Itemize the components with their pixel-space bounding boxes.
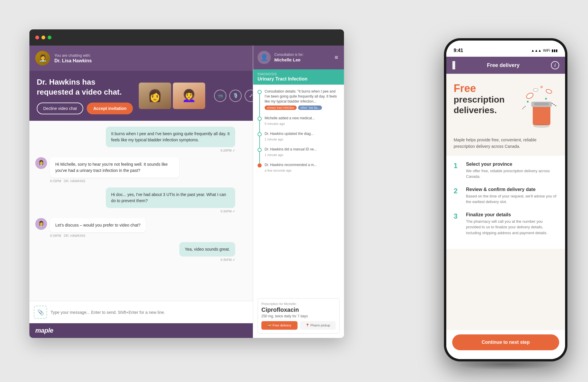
timeline-tags-1: urinary tract infection other: low ba... [265, 105, 340, 110]
chat-header: 👩‍⚕️ You are chatting with: Dr. Lisa Haw… [29, 46, 253, 71]
step-content-3: Finalize your details The pharmacy will … [466, 212, 558, 236]
timeline-time-2: 9 minutes ago [265, 122, 340, 125]
diagnosis-value: Urinary Tract Infection [258, 76, 340, 82]
video-request-title: Dr. Hawkins has requested a video chat. [37, 77, 133, 97]
svg-point-3 [526, 92, 534, 100]
message-meta-3: 9:34PM ✓ [106, 210, 235, 213]
timeline-item-2: Michelle added a new medical... 9 minute… [258, 116, 340, 125]
step-desc-2: Based on the time of your request, we'll… [466, 193, 558, 205]
timeline-text-1: Consultation details: "It burns when I p… [265, 89, 340, 104]
info-button[interactable]: i [551, 61, 559, 69]
message-meta-2: 9:33PM DR. HAWKINS [50, 179, 179, 183]
svg-rect-0 [533, 105, 550, 125]
message-group-2: Let's discuss – would you prefer to vide… [50, 218, 146, 237]
left-panel: 👩‍⚕️ You are chatting with: Dr. Lisa Haw… [29, 46, 253, 338]
browser-chrome [29, 29, 344, 46]
browser-dot-red[interactable] [35, 36, 39, 39]
timeline-text-5: Dr. Hawkins recommended a m... [265, 162, 340, 167]
accept-invitation-button[interactable]: Accept invitation [87, 103, 133, 114]
message-group-1: Hi Michelle, sorry to hear you're not fe… [50, 157, 179, 183]
phone-step-2: 2 Review & confirm delivery date Based o… [454, 187, 558, 205]
attach-button[interactable]: 📎 [34, 306, 47, 319]
step-number-2: 2 [454, 187, 461, 195]
phone-steps: 1 Select your province We offer free, re… [446, 156, 565, 249]
phone-step-3: 3 Finalize your details The pharmacy wil… [454, 212, 558, 236]
scene: 👩‍⚕️ You are chatting with: Dr. Lisa Haw… [15, 15, 573, 367]
message-sent-2: Hi doc... yes, I've had about 3 UTIs in … [35, 187, 247, 213]
svg-point-11 [533, 124, 550, 128]
phone-status-icons: ▲▲▲ WiFi ▮▮▮ [531, 48, 558, 53]
continue-button[interactable]: Continue to next step [452, 334, 559, 350]
timeline-time-5: a few seconds ago [265, 169, 340, 172]
decline-video-button[interactable]: Decline video chat [37, 103, 83, 114]
timeline-content-3: Dr. Hawkins updated the diag... 1 minute… [265, 131, 340, 141]
signal-icon: ▲▲▲ [531, 48, 542, 53]
hero-subtitle: prescriptiondeliveries. [454, 94, 517, 115]
chat-header-text: You are chatting with: Dr. Lisa Hawkins [54, 53, 92, 63]
phone-step-1: 1 Select your province We offer free, re… [454, 162, 558, 180]
doctor-msg-avatar-2: 👩‍⚕️ [35, 218, 47, 230]
phone-status-bar: 9:41 ▲▲▲ WiFi ▮▮▮ [446, 41, 565, 57]
hero-title-free: Free [454, 83, 517, 94]
svg-point-6 [545, 98, 547, 100]
diagnosis-label: Diagnosis [258, 72, 340, 76]
svg-line-9 [552, 103, 556, 106]
timeline-line-1 [259, 94, 260, 117]
timeline-dot-2 [258, 117, 262, 121]
step-title-1: Select your province [466, 162, 558, 167]
doctor-name: Dr. Lisa Hawkins [54, 58, 92, 63]
timeline-text-2: Michelle added a new medical... [265, 116, 340, 121]
step-desc-1: We offer free, reliable prescription del… [466, 168, 558, 180]
right-panel: 👤 Consultation is for: Michelle Lee ≡ Di… [253, 46, 344, 338]
prescription-name: Ciprofloxacin [261, 306, 336, 313]
prescription-card: Prescription for Michelle: Ciprofloxacin… [258, 298, 340, 334]
video-banner-text: Dr. Hawkins has requested a video chat. … [37, 77, 133, 114]
step-title-2: Review & confirm delivery date [466, 187, 558, 192]
video-camera-button[interactable]: 📹 [214, 90, 226, 102]
back-button[interactable]: ‹ [452, 61, 455, 70]
timeline-dot-1 [258, 90, 262, 94]
mobile-phone: 9:41 ▲▲▲ WiFi ▮▮▮ ‹ Free delivery i Free [444, 38, 567, 361]
message-sent-3: Yea, video sounds great. 9:35PM ✓ [35, 242, 247, 262]
phone-content: Free prescriptiondeliveries. [446, 74, 565, 330]
consult-patient-avatar: 👤 [258, 51, 271, 64]
timeline-line-4 [259, 152, 260, 163]
timeline-content-4: Dr. Hawkins did a manual ID ve... 1 minu… [265, 147, 340, 157]
timeline-content-5: Dr. Hawkins recommended a m... a few sec… [265, 162, 340, 172]
step-desc-3: The pharmacy will call you at the number… [466, 219, 558, 236]
video-banner-buttons: Decline video chat Accept invitation [37, 103, 133, 114]
consult-patient-name: Michelle Lee [274, 57, 330, 62]
step-number-1: 1 [454, 162, 461, 170]
timeline-time-3: 1 minute ago [265, 138, 340, 141]
pharm-pickup-button[interactable]: 📍 Pharm pickup [300, 321, 336, 330]
timeline-content-2: Michelle added a new medical... 9 minute… [265, 116, 340, 125]
message-received-1: 👩‍⚕️ Hi Michelle, sorry to hear you're n… [35, 157, 247, 183]
chat-messages: It burns when I pee and I've been going … [29, 121, 253, 301]
svg-rect-2 [534, 103, 549, 105]
step-content-2: Review & confirm delivery date Based on … [466, 187, 558, 205]
browser-window: 👩‍⚕️ You are chatting with: Dr. Lisa Haw… [29, 29, 344, 338]
phone-screen: 9:41 ▲▲▲ WiFi ▮▮▮ ‹ Free delivery i Free [446, 41, 565, 359]
video-mic-button[interactable]: 🎙️ [229, 90, 242, 102]
step-number-3: 3 [454, 212, 461, 221]
browser-dot-green[interactable] [48, 36, 51, 39]
doctor-avatar-image: 👩‍⚕️ [35, 51, 50, 66]
prescription-dosage: 250 mg, twice daily for 7 days [261, 314, 336, 318]
message-received-2: 👩‍⚕️ Let's discuss – would you prefer to… [35, 218, 247, 237]
svg-point-8 [540, 86, 543, 88]
maple-logo: maple [35, 327, 53, 334]
phone-screen-title: Free delivery [487, 62, 519, 68]
step-content-1: Select your province We offer free, reli… [466, 162, 558, 180]
browser-dot-yellow[interactable] [41, 36, 45, 39]
video-banner: Dr. Hawkins has requested a video chat. … [29, 71, 253, 121]
phone-hero-text: Free prescriptiondeliveries. [454, 83, 517, 115]
svg-line-10 [522, 106, 525, 109]
consult-menu-button[interactable]: ≡ [333, 53, 340, 62]
timeline-text-3: Dr. Hawkins updated the diag... [265, 131, 340, 136]
diagnosis-banner: Diagnosis Urinary Tract Infection [253, 69, 344, 85]
free-delivery-button[interactable]: 🚚 Free delivery [261, 321, 298, 330]
timeline-dot-4 [258, 148, 262, 152]
tag-other: other: low ba... [298, 105, 322, 110]
chat-input-field[interactable] [51, 310, 248, 315]
timeline-line-2 [259, 121, 260, 132]
